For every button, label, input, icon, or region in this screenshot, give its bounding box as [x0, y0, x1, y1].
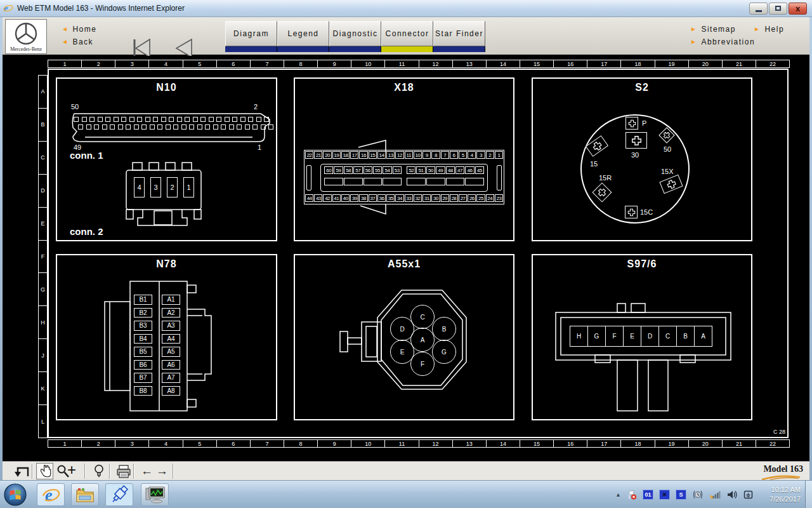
pin-cell	[177, 117, 182, 122]
abbreviation-link[interactable]: ► Abbreviation	[690, 37, 755, 46]
pin-cell: B4	[134, 334, 152, 344]
panel-a55x1: A55x1 C D B A E G F	[294, 254, 514, 420]
pin-cell: 3	[476, 151, 485, 159]
maximize-button[interactable]	[769, 3, 787, 15]
n10-pin-row-lower	[78, 124, 273, 130]
pin-cell: 59	[334, 166, 343, 174]
tab-strip-active	[381, 46, 433, 52]
tray-01-icon[interactable]: 01	[643, 490, 653, 500]
app-toolbar: Mercedes-Benz ◄ Home ◄ Back Diagram Lege…	[0, 17, 812, 56]
pin-cell: 27	[459, 194, 467, 202]
ruler-top: 12345678910111213141516171819202122	[48, 60, 790, 68]
cross-icon	[631, 135, 642, 146]
pan-tool-button[interactable]	[36, 463, 53, 479]
action-center-flag-icon[interactable]	[627, 490, 637, 500]
terminal-label: 30	[631, 151, 639, 159]
print-button[interactable]	[115, 464, 132, 479]
page-next-button[interactable]: →	[156, 464, 168, 479]
pin-cell: 34	[395, 194, 403, 202]
tab-diagnostic[interactable]: Diagnostic	[329, 21, 381, 52]
terminal-label: 15	[590, 160, 598, 168]
pin-cell: G	[587, 326, 606, 347]
start-button[interactable]	[3, 483, 27, 507]
separator	[109, 464, 110, 479]
return-button[interactable]	[10, 464, 33, 480]
separator	[32, 464, 33, 479]
pin-cell	[169, 117, 174, 122]
highlight-tool-button[interactable]	[93, 464, 105, 479]
terminal-label: 15C	[640, 208, 653, 216]
time-sync-icon[interactable]	[692, 490, 704, 500]
pin-a: A	[410, 328, 435, 352]
pin-cell: 28	[450, 194, 458, 202]
pin-cell	[197, 124, 202, 130]
viewer-toolbar: + ← → Z50/1 Cockpit connector sleeve (ci…	[0, 461, 812, 480]
pin-cell: 9	[422, 151, 431, 159]
pin-cell	[232, 117, 237, 122]
minimize-button[interactable]	[749, 3, 768, 15]
tray-network-app-icon[interactable]: S	[676, 490, 686, 500]
panel-n78: N78 B1B2B3B4B5B6B7B8 A1A2A3A4A5A6A7A8	[56, 254, 277, 420]
tab-legend[interactable]: Legend	[277, 21, 329, 52]
ruler-cell: 22	[756, 439, 790, 448]
pin-cell	[173, 124, 178, 130]
pin-cell: C	[658, 326, 677, 347]
ruler-cell: 16	[553, 60, 587, 68]
tab-connector[interactable]: Connector	[381, 21, 433, 52]
taskbar-resource-monitor[interactable]	[141, 483, 169, 506]
ruler-bottom: 12345678910111213141516171819202122	[48, 439, 790, 448]
ruler-cell: 2	[81, 60, 115, 68]
pin-b: B	[432, 317, 456, 341]
tab-star-finder[interactable]: Star Finder	[433, 21, 485, 52]
show-desktop-button[interactable]	[805, 481, 812, 508]
taskbar-diagnostic-app[interactable]	[105, 483, 133, 506]
pin-cell: A7	[162, 373, 180, 383]
blank-cell	[324, 178, 343, 185]
taskbar-clock[interactable]: 10:12 AM 7/26/2017	[752, 485, 801, 504]
pin-cell	[157, 124, 162, 130]
tray-x-icon[interactable]: ✕	[659, 490, 670, 500]
taskbar-internet-explorer[interactable]: e	[37, 483, 65, 506]
tab-diagram[interactable]: Diagram	[225, 21, 277, 52]
help-link[interactable]: ► Help	[754, 25, 784, 34]
separator	[84, 464, 86, 479]
pin-cell	[105, 117, 110, 122]
x18-blank-cells	[324, 178, 402, 185]
page-previous-button[interactable]: ←	[141, 464, 153, 479]
hidden-icons-chevron[interactable]: ▲	[615, 491, 621, 498]
terminal-label: 50	[664, 145, 671, 153]
pin-cell	[193, 117, 198, 122]
spark-plug-icon	[110, 485, 129, 505]
panel-title: S2	[533, 82, 751, 93]
conn2-label: conn. 2	[70, 226, 103, 237]
ie-icon: e	[3, 3, 13, 13]
ruler-cell: 20	[688, 439, 723, 448]
network-signal-icon[interactable]	[709, 490, 721, 500]
pin-cell	[74, 117, 79, 122]
taskbar-file-explorer[interactable]	[71, 483, 99, 506]
sitemap-link[interactable]: ► Sitemap	[690, 25, 736, 34]
home-link[interactable]: ◄ Home	[62, 25, 96, 34]
pin-cell: 57	[353, 166, 362, 174]
pin-cell	[225, 117, 230, 122]
pin-f: F	[410, 352, 435, 376]
close-button[interactable]: x	[789, 3, 807, 15]
volume-icon[interactable]	[726, 490, 737, 500]
ruler-cell: 21	[722, 439, 756, 448]
back-bullet-icon: ◄	[62, 39, 69, 45]
model-label: Model 163	[763, 464, 803, 474]
ruler-cell: H	[38, 305, 48, 339]
pin-cell: 2	[486, 151, 494, 159]
pin-cell: B7	[134, 373, 152, 383]
back-link[interactable]: ◄ Back	[62, 37, 93, 46]
blank-cell	[383, 178, 402, 185]
n78-pins-b: B1B2B3B4B5B6B7B8	[134, 295, 152, 396]
ruler-cell: 16	[553, 439, 587, 448]
pin-g: G	[432, 340, 456, 364]
home-bullet-icon: ◄	[62, 26, 69, 32]
x18-row-mid-right: 5251504948474645	[407, 166, 484, 174]
pin-cell: 56	[363, 166, 372, 174]
pin-cell	[82, 117, 87, 122]
pin-cell	[137, 117, 142, 122]
zoom-in-button[interactable]: +	[67, 462, 76, 478]
